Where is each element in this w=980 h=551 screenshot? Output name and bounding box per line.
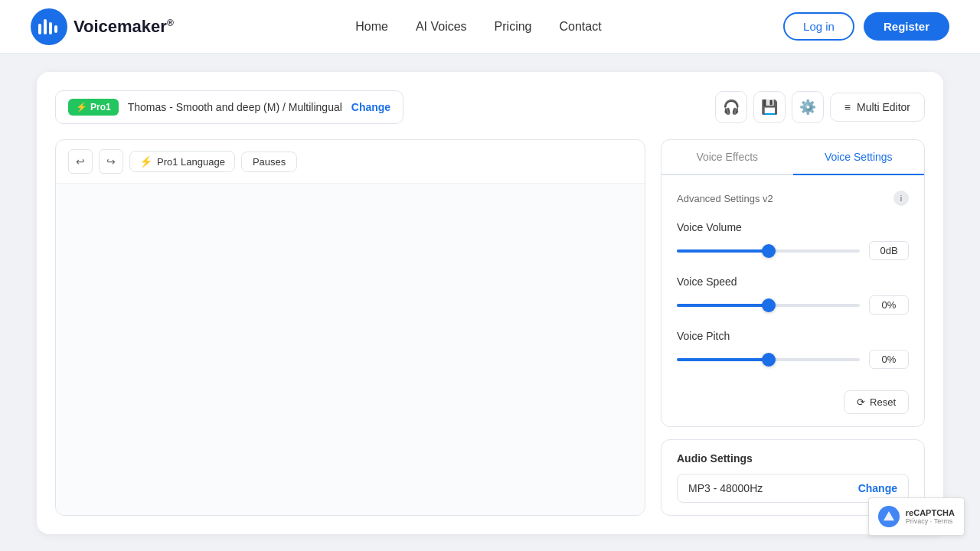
voice-settings-card: Voice Effects Voice Settings Advanced Se… <box>661 139 925 427</box>
headphone-icon: 🎧 <box>723 99 740 116</box>
voice-volume-value: 0dB <box>869 241 909 260</box>
voice-pitch-label: Voice Pitch <box>677 330 909 342</box>
advanced-settings-row: Advanced Settings v2 i <box>677 191 909 206</box>
recaptcha-badge: reCAPTCHA Privacy · Terms <box>868 497 965 536</box>
tabs: Voice Effects Voice Settings <box>662 140 924 175</box>
voice-volume-section: Voice Volume 0dB <box>677 221 909 260</box>
nav-ai-voices[interactable]: AI Voices <box>416 20 467 34</box>
voice-change-button[interactable]: Change <box>351 101 390 113</box>
svg-rect-4 <box>54 25 57 33</box>
voice-pitch-section: Voice Pitch 0% <box>677 330 909 369</box>
right-panel: Voice Effects Voice Settings Advanced Se… <box>661 139 925 516</box>
tab-voice-effects[interactable]: Voice Effects <box>662 140 793 174</box>
logo-text: Voicemaker® <box>74 17 174 37</box>
audio-settings-title: Audio Settings <box>677 452 909 465</box>
settings-button[interactable]: ⚙️ <box>792 91 824 123</box>
voice-pitch-thumb[interactable] <box>762 353 776 367</box>
editor-card: ⚡ Pro1 Thomas - Smooth and deep (M) / Mu… <box>37 72 943 534</box>
undo-button[interactable]: ↩ <box>68 149 93 174</box>
login-button[interactable]: Log in <box>783 12 854 41</box>
nav-pricing[interactable]: Pricing <box>495 20 532 34</box>
voice-volume-track[interactable] <box>677 249 860 253</box>
top-bar: ⚡ Pro1 Thomas - Smooth and deep (M) / Mu… <box>55 90 925 124</box>
advanced-label: Advanced Settings v2 <box>677 193 773 204</box>
voice-pitch-value: 0% <box>869 350 909 369</box>
voice-speed-track[interactable] <box>677 304 860 307</box>
save-button[interactable]: 💾 <box>753 91 786 123</box>
pro1-language-button[interactable]: ⚡ Pro1 Language <box>129 151 235 172</box>
nav-home[interactable]: Home <box>355 20 388 34</box>
logo-icon <box>31 8 67 45</box>
voice-selector[interactable]: ⚡ Pro1 Thomas - Smooth and deep (M) / Mu… <box>55 90 403 124</box>
left-panel: ↩ ↪ ⚡ Pro1 Language Pauses <box>55 139 645 516</box>
nav: Home AI Voices Pricing Contact <box>355 20 601 34</box>
headphone-button[interactable]: 🎧 <box>715 91 747 123</box>
voice-pitch-slider-row: 0% <box>677 350 909 369</box>
voice-name: Thomas - Smooth and deep (M) / Multiling… <box>128 101 342 113</box>
nav-contact[interactable]: Contact <box>560 20 602 34</box>
voice-speed-label: Voice Speed <box>677 276 909 288</box>
tab-voice-settings[interactable]: Voice Settings <box>793 140 925 175</box>
redo-button[interactable]: ↪ <box>99 149 123 174</box>
svg-rect-2 <box>44 19 47 34</box>
voice-speed-section: Voice Speed 0% <box>677 276 909 315</box>
reset-button[interactable]: ⟳ Reset <box>844 390 909 414</box>
voice-pitch-track[interactable] <box>677 358 860 361</box>
info-icon[interactable]: i <box>893 191 909 206</box>
recaptcha-logo-icon <box>878 506 900 527</box>
voice-volume-label: Voice Volume <box>677 221 909 233</box>
logo[interactable]: Voicemaker® <box>31 8 174 45</box>
icon-buttons: 🎧 💾 ⚙️ ≡ Multi Editor <box>715 91 925 123</box>
main: ⚡ Pro1 Thomas - Smooth and deep (M) / Mu… <box>0 54 980 551</box>
layers-icon: ≡ <box>844 101 851 113</box>
audio-format-label: MP3 - 48000Hz <box>688 482 763 494</box>
pro1-badge: ⚡ Pro1 <box>68 99 119 116</box>
pauses-button[interactable]: Pauses <box>241 152 297 172</box>
voice-speed-thumb[interactable] <box>762 298 776 312</box>
reset-row: ⟳ Reset <box>677 384 909 414</box>
voice-volume-thumb[interactable] <box>762 244 776 258</box>
svg-rect-1 <box>38 24 41 34</box>
voice-speed-slider-row: 0% <box>677 295 909 315</box>
undo-icon: ↩ <box>76 155 85 168</box>
voice-volume-fill <box>677 249 769 253</box>
voice-pitch-fill <box>677 358 769 361</box>
content-row: ↩ ↪ ⚡ Pro1 Language Pauses <box>55 139 925 516</box>
save-icon: 💾 <box>761 99 778 116</box>
nav-actions: Log in Register <box>783 12 949 41</box>
redo-icon: ↪ <box>106 155 116 168</box>
gear-icon: ⚙️ <box>799 99 816 116</box>
settings-body: Advanced Settings v2 i Voice Volume <box>662 175 924 426</box>
reset-icon: ⟳ <box>857 396 865 408</box>
toolbar: ↩ ↪ ⚡ Pro1 Language Pauses <box>56 140 645 184</box>
audio-change-button[interactable]: Change <box>858 482 897 494</box>
voice-speed-fill <box>677 304 769 307</box>
voice-speed-value: 0% <box>869 295 909 315</box>
header: Voicemaker® Home AI Voices Pricing Conta… <box>0 0 980 54</box>
voice-volume-slider-row: 0dB <box>677 241 909 260</box>
multi-editor-button[interactable]: ≡ Multi Editor <box>830 93 925 122</box>
text-editor-area[interactable] <box>56 184 645 515</box>
lightning-small-icon: ⚡ <box>139 155 152 168</box>
lightning-icon: ⚡ <box>76 102 87 112</box>
register-button[interactable]: Register <box>864 12 949 41</box>
svg-rect-3 <box>49 22 52 34</box>
